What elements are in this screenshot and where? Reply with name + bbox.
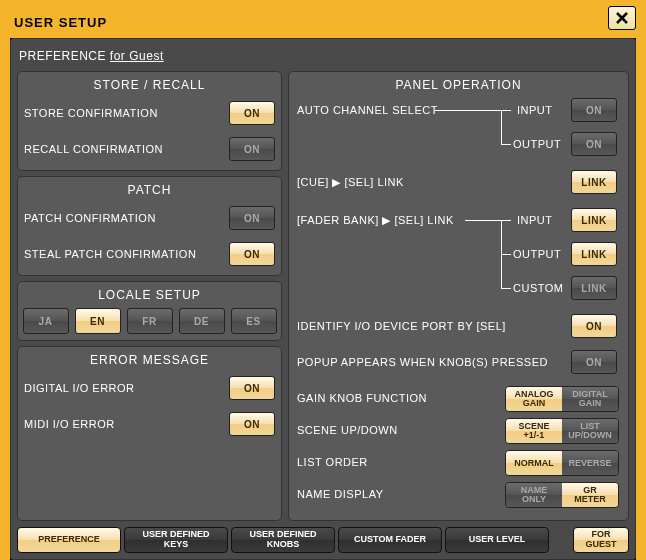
steal-patch-confirmation-label: STEAL PATCH CONFIRMATION [24,248,196,260]
lang-en-button[interactable]: EN [75,308,121,334]
titlebar: USER SETUP [10,10,636,38]
fader-custom-label: CUSTOM [513,282,563,294]
bottom-tabs: PREFERENCE USER DEFINEDKEYS USER DEFINED… [17,521,629,553]
tab-preference[interactable]: PREFERENCE [17,527,121,553]
auto-ch-input-label: INPUT [517,104,553,116]
midi-io-error-button[interactable]: ON [229,412,275,436]
tab-user-level[interactable]: USER LEVEL [445,527,549,553]
preference-header: PREFERENCE for Guest [17,45,629,71]
digital-io-error-button[interactable]: ON [229,376,275,400]
patch-confirmation-label: PATCH CONFIRMATION [24,212,156,224]
fader-bank-sel-link-label: [FADER BANK] ▶ [SEL] LINK [297,214,454,227]
locale-panel: LOCALE SETUP JA EN FR DE ES [17,281,282,341]
fader-output-label: OUTPUT [513,248,561,260]
gain-analog-button[interactable]: ANALOGGAIN [506,387,562,411]
popup-knob-label: POPUP APPEARS WHEN KNOB(S) PRESSED [297,356,548,368]
close-button[interactable] [608,6,636,30]
scene-updown-label: SCENE UP/DOWN [297,424,398,436]
patch-title: PATCH [24,181,275,203]
list-order-label: LIST ORDER [297,456,368,468]
close-icon [616,12,628,24]
scene-list-updown-button[interactable]: LISTUP/DOWN [562,419,618,443]
identify-io-button[interactable]: ON [571,314,617,338]
window-title: USER SETUP [14,15,107,30]
fader-custom-link-button[interactable]: LINK [571,276,617,300]
identify-io-label: IDENTIFY I/O DEVICE PORT BY [SEL] [297,320,506,332]
lang-fr-button[interactable]: FR [127,308,173,334]
digital-io-error-label: DIGITAL I/O ERROR [24,382,135,394]
lang-de-button[interactable]: DE [179,308,225,334]
fader-output-link-button[interactable]: LINK [571,242,617,266]
gain-digital-button[interactable]: DIGITALGAIN [562,387,618,411]
locale-title: LOCALE SETUP [24,286,275,308]
tab-user-defined-knobs[interactable]: USER DEFINEDKNOBS [231,527,335,553]
tab-custom-fader[interactable]: CUSTOM FADER [338,527,442,553]
tab-for-guest[interactable]: FORGUEST [573,527,629,553]
list-order-reverse-button[interactable]: REVERSE [562,451,618,475]
lang-es-button[interactable]: ES [231,308,277,334]
store-confirmation-button[interactable]: ON [229,101,275,125]
error-panel: ERROR MESSAGE DIGITAL I/O ERROR ON MIDI … [17,346,282,521]
name-display-label: NAME DISPLAY [297,488,384,500]
error-title: ERROR MESSAGE [24,351,275,373]
popup-knob-button[interactable]: ON [571,350,617,374]
name-only-button[interactable]: NAMEONLY [506,483,562,507]
cue-sel-link-button[interactable]: LINK [571,170,617,194]
recall-confirmation-label: RECALL CONFIRMATION [24,143,163,155]
fader-input-link-button[interactable]: LINK [571,208,617,232]
cue-sel-link-label: [CUE] ▶ [SEL] LINK [297,176,404,189]
auto-ch-output-label: OUTPUT [513,138,561,150]
auto-ch-input-button[interactable]: ON [571,98,617,122]
store-recall-title: STORE / RECALL [24,76,275,98]
auto-channel-select-label: AUTO CHANNEL SELECT [297,104,438,116]
recall-confirmation-button[interactable]: ON [229,137,275,161]
gr-meter-button[interactable]: GRMETER [562,483,618,507]
lang-ja-button[interactable]: JA [23,308,69,334]
gain-knob-label: GAIN KNOB FUNCTION [297,392,427,404]
panel-operation-panel: PANEL OPERATION AUTO CHANNEL SELECT INPU… [288,71,629,521]
patch-confirmation-button[interactable]: ON [229,206,275,230]
user-setup-window: USER SETUP PREFERENCE for Guest STORE / … [0,0,646,560]
tab-user-defined-keys[interactable]: USER DEFINEDKEYS [124,527,228,553]
fader-input-label: INPUT [517,214,553,226]
scene-plusminus-button[interactable]: SCENE+1/-1 [506,419,562,443]
store-confirmation-label: STORE CONFIRMATION [24,107,158,119]
auto-ch-output-button[interactable]: ON [571,132,617,156]
panel-operation-title: PANEL OPERATION [295,76,622,98]
preference-user: for Guest [110,49,164,63]
preference-label: PREFERENCE [19,49,106,63]
midi-io-error-label: MIDI I/O ERROR [24,418,115,430]
list-order-normal-button[interactable]: NORMAL [506,451,562,475]
patch-panel: PATCH PATCH CONFIRMATION ON STEAL PATCH … [17,176,282,276]
store-recall-panel: STORE / RECALL STORE CONFIRMATION ON REC… [17,71,282,171]
steal-patch-confirmation-button[interactable]: ON [229,242,275,266]
